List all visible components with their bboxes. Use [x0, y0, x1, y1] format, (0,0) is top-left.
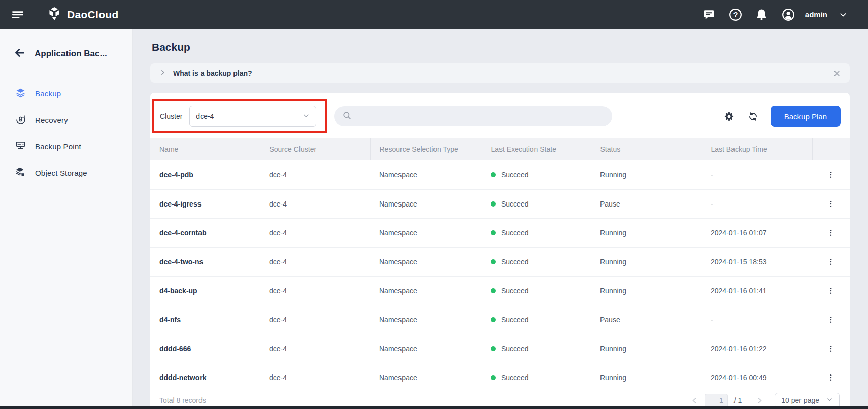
sidebar-item-recovery[interactable]: Recovery — [0, 107, 132, 133]
table-row: d4-nfsdce-4NamespaceSucceedPause- — [150, 305, 850, 334]
pagination: / 1 10 per page — [691, 393, 840, 406]
user-menu-chevron-down-icon[interactable] — [837, 8, 850, 21]
cell-last-execution-state: Succeed — [482, 334, 591, 363]
success-status-dot — [491, 259, 496, 264]
main-content: Backup What is a backup plan? Cluster dc… — [133, 29, 868, 406]
table-row: dce-4-igressdce-4NamespaceSucceedPause- — [150, 189, 850, 218]
search-icon — [342, 111, 352, 122]
page-size-select[interactable]: 10 per page — [775, 393, 840, 406]
cell-source-cluster: dce-4 — [260, 160, 370, 189]
state-label: Succeed — [501, 200, 528, 208]
cell-resource-selection-type: Namespace — [370, 189, 482, 218]
cell-last-execution-state: Succeed — [482, 363, 591, 392]
cell-status: Running — [591, 363, 702, 392]
table-header: Name Source Cluster Resource Selection T… — [150, 138, 850, 160]
state-label: Succeed — [501, 287, 528, 295]
cell-resource-selection-type: Namespace — [370, 247, 482, 276]
state-label: Succeed — [501, 258, 528, 266]
table-row: dddd-666dce-4NamespaceSucceedRunning2024… — [150, 334, 850, 363]
column-header-last-execution-state: Last Execution State — [482, 138, 591, 160]
row-actions-kebab-icon[interactable] — [827, 257, 835, 266]
cell-last-backup-time: - — [702, 305, 812, 334]
cell-status: Pause — [591, 189, 702, 218]
object-storage-icon — [15, 166, 26, 179]
cell-name: dce-4-igress — [150, 189, 260, 218]
info-banner-text[interactable]: What is a backup plan? — [173, 69, 826, 77]
next-page-chevron-icon[interactable] — [756, 397, 763, 404]
storage-drive-icon — [15, 140, 26, 152]
brand-name: DaoCloud — [67, 9, 119, 21]
column-header-name: Name — [150, 138, 260, 160]
cluster-select[interactable]: dce-4 — [189, 106, 316, 127]
chevron-down-icon — [826, 396, 833, 404]
search-input[interactable] — [334, 106, 612, 126]
cell-last-backup-time: 2024-01-16 01:07 — [702, 218, 812, 247]
state-label: Succeed — [501, 229, 528, 237]
backup-list-card: Cluster dce-4 — [150, 93, 850, 406]
cell-actions — [812, 189, 850, 218]
refresh-icon[interactable] — [748, 111, 758, 122]
column-header-actions — [812, 138, 850, 160]
page-total-label: / 1 — [734, 396, 742, 404]
backup-plan-button[interactable]: Backup Plan — [771, 106, 841, 127]
sidebar-item-backup[interactable]: Backup — [0, 80, 132, 107]
top-navigation-bar: DaoCloud ? — [0, 0, 868, 29]
row-actions-kebab-icon[interactable] — [827, 286, 835, 295]
cell-resource-selection-type: Namespace — [370, 160, 482, 189]
row-actions-kebab-icon[interactable] — [827, 228, 835, 237]
success-status-dot — [491, 375, 496, 380]
page-number-input[interactable] — [705, 394, 728, 406]
cell-source-cluster: dce-4 — [260, 189, 370, 218]
settings-gear-icon[interactable] — [724, 111, 735, 122]
brand[interactable]: DaoCloud — [47, 6, 119, 23]
cell-last-backup-time: 2024-01-16 01:22 — [702, 334, 812, 363]
cell-last-backup-time: - — [702, 189, 812, 218]
column-header-status: Status — [591, 138, 702, 160]
cell-last-execution-state: Succeed — [482, 247, 591, 276]
cell-source-cluster: dce-4 — [260, 363, 370, 392]
total-records-label: Total 8 records — [159, 396, 691, 404]
sidebar-module-title: Application Bac... — [35, 49, 107, 59]
row-actions-kebab-icon[interactable] — [827, 315, 835, 324]
state-label: Succeed — [501, 316, 528, 324]
row-actions-kebab-icon[interactable] — [827, 344, 835, 353]
recovery-icon — [15, 114, 26, 126]
state-label: Succeed — [501, 373, 528, 382]
cell-name: dddd-666 — [150, 334, 260, 363]
back-arrow-icon[interactable] — [13, 46, 26, 61]
cell-name: dce-4-corntab — [150, 218, 260, 247]
svg-text:?: ? — [733, 10, 738, 18]
notifications-bell-icon[interactable] — [755, 8, 769, 21]
cell-status: Running — [591, 247, 702, 276]
sidebar-item-backup-point[interactable]: Backup Point — [0, 133, 132, 159]
cell-name: dce-4-pdb — [150, 160, 260, 189]
cell-last-execution-state: Succeed — [482, 160, 591, 189]
menu-toggle-icon[interactable] — [10, 7, 25, 22]
row-actions-kebab-icon[interactable] — [827, 170, 835, 179]
layers-icon — [15, 87, 26, 99]
row-actions-kebab-icon[interactable] — [827, 373, 835, 382]
info-banner: What is a backup plan? — [150, 63, 850, 83]
sidebar-back[interactable]: Application Bac... — [0, 29, 132, 75]
row-actions-kebab-icon[interactable] — [827, 199, 835, 209]
close-icon[interactable] — [833, 70, 841, 77]
sidebar-item-object-storage[interactable]: Object Storage — [0, 159, 132, 186]
user-avatar[interactable] — [782, 8, 795, 21]
sidebar: Application Bac... Backup Recovery — [0, 29, 133, 406]
cell-last-execution-state: Succeed — [482, 305, 591, 334]
success-status-dot — [491, 317, 496, 322]
username-label: admin — [805, 10, 827, 19]
messages-icon[interactable] — [703, 8, 716, 21]
table-row: dddd-networkdce-4NamespaceSucceedRunning… — [150, 363, 850, 392]
success-status-dot — [491, 172, 496, 177]
success-status-dot — [491, 230, 496, 235]
table-footer: Total 8 records / 1 10 per page — [150, 393, 850, 406]
previous-page-chevron-icon[interactable] — [691, 397, 698, 404]
expand-chevron-right-icon[interactable] — [159, 69, 166, 78]
cell-last-backup-time: 2024-01-16 01:41 — [702, 276, 812, 305]
backup-table: Name Source Cluster Resource Selection T… — [150, 138, 850, 392]
cell-actions — [812, 276, 850, 305]
cell-last-backup-time: - — [702, 160, 812, 189]
cell-status: Running — [591, 218, 702, 247]
help-icon[interactable]: ? — [729, 8, 742, 21]
